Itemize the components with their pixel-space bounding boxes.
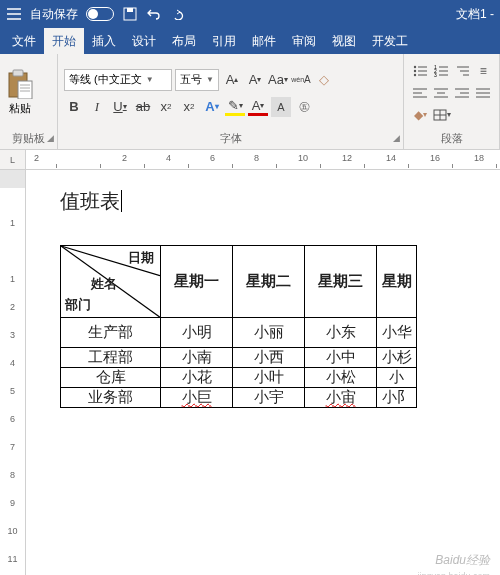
clipboard-launcher-icon[interactable]: ◢ [47, 133, 54, 143]
col-header[interactable]: 星期 [377, 246, 417, 318]
paste-label: 粘贴 [9, 101, 31, 116]
multilevel-button[interactable] [453, 62, 472, 80]
tab-layout[interactable]: 布局 [164, 28, 204, 54]
diag-name: 姓名 [91, 275, 117, 293]
diagonal-header-cell[interactable]: 日期 姓名 部门 [61, 246, 161, 318]
numbering-button[interactable]: 123 [431, 62, 450, 80]
cell[interactable]: 小巨 [161, 388, 233, 408]
align-center-button[interactable] [431, 84, 450, 102]
tab-references[interactable]: 引用 [204, 28, 244, 54]
ruler-horizontal[interactable]: L 224681012141618 [0, 150, 500, 170]
ribbon: 粘贴 剪贴板◢ 等线 (中文正文▼ 五号▼ A▴ A▾ Aa▾ wénA ◇ B… [0, 54, 500, 150]
document-name: 文档1 - [456, 6, 494, 23]
decrease-indent-button[interactable]: ≡ [474, 62, 493, 80]
align-right-button[interactable] [453, 84, 472, 102]
font-color-button[interactable]: A▾ [248, 98, 268, 116]
cell[interactable]: 小 [377, 368, 417, 388]
paste-button[interactable]: 粘贴 [6, 69, 34, 116]
col-header[interactable]: 星期一 [161, 246, 233, 318]
enclose-char-button[interactable]: ㊄ [294, 97, 314, 117]
ruler-vertical[interactable]: 1123456789101112 [0, 170, 26, 575]
svg-rect-1 [127, 8, 133, 12]
italic-button[interactable]: I [87, 97, 107, 117]
row-header[interactable]: 生产部 [61, 318, 161, 348]
underline-button[interactable]: U▾ [110, 97, 130, 117]
align-left-button[interactable] [410, 84, 429, 102]
font-size-select[interactable]: 五号▼ [175, 69, 219, 91]
svg-text:3: 3 [434, 72, 437, 77]
group-paragraph: 123 ≡ ◆▾ ▾ 段落 [404, 54, 500, 149]
char-shading-button[interactable]: A [271, 97, 291, 117]
text-effects-button[interactable]: A▾ [202, 97, 222, 117]
ruler-h-track: 224681012141618 [26, 150, 500, 169]
duty-table[interactable]: 日期 姓名 部门 星期一 星期二 星期三 星期 生产部 小明 小丽 小东 小华 … [60, 245, 417, 408]
menu-icon[interactable] [6, 6, 22, 22]
tab-insert[interactable]: 插入 [84, 28, 124, 54]
svg-rect-3 [13, 70, 23, 76]
cell[interactable]: 小宙 [305, 388, 377, 408]
cell[interactable]: 小松 [305, 368, 377, 388]
tab-review[interactable]: 审阅 [284, 28, 324, 54]
cell[interactable]: 小叶 [233, 368, 305, 388]
table-row: 工程部 小南 小西 小中 小杉 [61, 348, 417, 368]
bullets-button[interactable] [410, 62, 429, 80]
tab-dev[interactable]: 开发工 [364, 28, 416, 54]
page[interactable]: 值班表 日期 姓名 部门 星期一 星期二 星期三 星期 生产部 小明 小丽 小东… [26, 170, 500, 575]
row-header[interactable]: 业务部 [61, 388, 161, 408]
table-header-row: 日期 姓名 部门 星期一 星期二 星期三 星期 [61, 246, 417, 318]
clear-format-button[interactable]: ◇ [314, 70, 334, 90]
align-justify-button[interactable] [474, 84, 493, 102]
watermark-url: jingyan.baidu.com [417, 571, 490, 575]
svg-point-12 [413, 73, 415, 75]
cell[interactable]: 小中 [305, 348, 377, 368]
svg-rect-4 [18, 81, 32, 99]
cell[interactable]: 小西 [233, 348, 305, 368]
doc-title[interactable]: 值班表 [60, 188, 500, 215]
undo-icon[interactable] [146, 6, 162, 22]
cell[interactable]: 小宇 [233, 388, 305, 408]
font-launcher-icon[interactable]: ◢ [393, 133, 400, 143]
tab-selector-icon[interactable]: L [0, 150, 26, 169]
subscript-button[interactable]: x2 [156, 97, 176, 117]
grow-font-button[interactable]: A▴ [222, 70, 242, 90]
paragraph-group-label: 段落 [404, 131, 499, 149]
phonetic-guide-button[interactable]: wénA [291, 70, 311, 90]
row-header[interactable]: 仓库 [61, 368, 161, 388]
font-family-select[interactable]: 等线 (中文正文▼ [64, 69, 172, 91]
strike-button[interactable]: ab [133, 97, 153, 117]
shading-button[interactable]: ◆▾ [410, 106, 430, 124]
borders-button[interactable]: ▾ [432, 106, 452, 124]
tab-view[interactable]: 视图 [324, 28, 364, 54]
svg-point-10 [413, 69, 415, 71]
superscript-button[interactable]: x2 [179, 97, 199, 117]
tab-file[interactable]: 文件 [4, 28, 44, 54]
change-case-button[interactable]: Aa▾ [268, 70, 288, 90]
cell[interactable]: 小花 [161, 368, 233, 388]
save-icon[interactable] [122, 6, 138, 22]
col-header[interactable]: 星期三 [305, 246, 377, 318]
highlight-button[interactable]: ✎▾ [225, 98, 245, 116]
diag-dept: 部门 [65, 296, 91, 314]
cell[interactable]: 小丽 [233, 318, 305, 348]
cell[interactable]: 小南 [161, 348, 233, 368]
cell[interactable]: 小东 [305, 318, 377, 348]
group-clipboard: 粘贴 剪贴板◢ [0, 54, 58, 149]
cell[interactable]: 小阝 [377, 388, 417, 408]
cell[interactable]: 小华 [377, 318, 417, 348]
table-row: 业务部 小巨 小宇 小宙 小阝 [61, 388, 417, 408]
menu-bar: 文件 开始 插入 设计 布局 引用 邮件 审阅 视图 开发工 [0, 28, 500, 54]
tab-home[interactable]: 开始 [44, 28, 84, 54]
autosave-toggle[interactable] [86, 7, 114, 21]
redo-icon[interactable] [170, 6, 186, 22]
diag-date: 日期 [128, 249, 154, 267]
tab-design[interactable]: 设计 [124, 28, 164, 54]
row-header[interactable]: 工程部 [61, 348, 161, 368]
bold-button[interactable]: B [64, 97, 84, 117]
svg-point-8 [413, 65, 415, 67]
tab-mail[interactable]: 邮件 [244, 28, 284, 54]
cell[interactable]: 小杉 [377, 348, 417, 368]
col-header[interactable]: 星期二 [233, 246, 305, 318]
cell[interactable]: 小明 [161, 318, 233, 348]
shrink-font-button[interactable]: A▾ [245, 70, 265, 90]
title-bar: 自动保存 文档1 - [0, 0, 500, 28]
